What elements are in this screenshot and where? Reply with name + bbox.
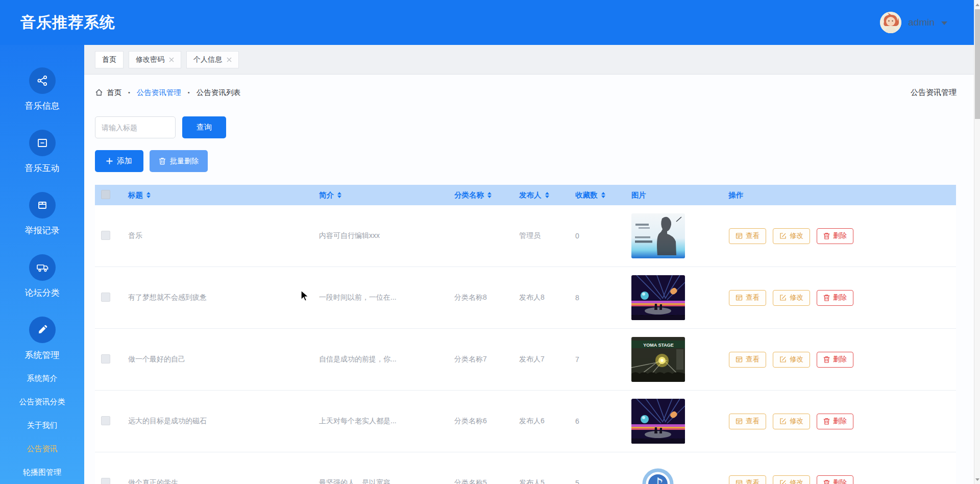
edit-button[interactable]: 修改	[773, 475, 810, 484]
home-icon[interactable]	[95, 88, 103, 96]
chevron-down-icon[interactable]	[941, 21, 947, 25]
page-title: 公告资讯管理	[911, 88, 957, 98]
table-row: 做个真正的学生 最坚强的人，是以宽容... 分类名称5 发布人5 5	[95, 452, 956, 484]
cell-favorites: 5	[570, 479, 626, 484]
delete-button[interactable]: 删除	[817, 475, 853, 484]
user-menu[interactable]: admin	[880, 12, 947, 33]
trash-icon	[823, 294, 830, 301]
tab-home[interactable]: 首页	[95, 51, 124, 68]
view-doc-icon	[736, 294, 743, 301]
tab-bar: 首页 修改密码 个人信息	[84, 45, 974, 75]
tab-personal-info[interactable]: 个人信息	[186, 51, 239, 68]
scrollbar-thumb[interactable]	[975, 9, 980, 119]
edit-button[interactable]: 修改	[773, 352, 810, 368]
breadcrumb-home[interactable]: 首页	[107, 88, 121, 98]
cell-favorites: 6	[570, 417, 626, 425]
breadcrumb-announcement-manage[interactable]: 公告资讯管理	[137, 88, 181, 98]
sidebar-subitem-system-intro[interactable]: 系统简介	[0, 367, 84, 390]
view-button[interactable]: 查看	[729, 414, 766, 429]
sidebar-subitem-announcement-category[interactable]: 公告资讯分类	[0, 390, 84, 414]
delete-button[interactable]: 删除	[817, 228, 853, 244]
search-input[interactable]	[95, 116, 176, 138]
cell-category: 分类名称5	[449, 478, 514, 484]
sidebar-subitem-announcements[interactable]: 公告资讯	[0, 437, 84, 461]
sidebar-subitem-carousel-manage[interactable]: 轮播图管理	[0, 461, 84, 484]
row-thumbnail[interactable]: YOMA STAGE ♪	[631, 399, 685, 444]
sidebar-item-music-interact[interactable]: 音乐互动	[25, 130, 60, 174]
column-favorites[interactable]: 收藏数	[570, 190, 626, 200]
edit-pen-icon	[779, 418, 787, 425]
cell-intro: 上天对每个老实人都是...	[314, 417, 449, 426]
cell-actions: 查看 修改 删除	[723, 228, 956, 244]
scroll-up-icon[interactable]	[974, 1, 980, 8]
cell-intro: 一段时间以前，一位在...	[314, 293, 449, 302]
cell-title: 有了梦想就不会感到疲惫	[123, 293, 314, 302]
cell-publisher: 发布人8	[514, 293, 570, 302]
trash-icon	[823, 479, 830, 484]
avatar[interactable]	[880, 12, 901, 33]
delete-button[interactable]: 删除	[817, 352, 853, 368]
avatar-image	[880, 12, 901, 33]
cell-favorites: 0	[570, 232, 626, 240]
column-publisher[interactable]: 发布人	[514, 190, 570, 200]
row-checkbox[interactable]	[101, 354, 110, 364]
cell-category: 分类名称6	[449, 417, 514, 426]
column-category[interactable]: 分类名称	[449, 190, 514, 200]
view-button[interactable]: 查看	[729, 228, 766, 244]
sort-caret-icon[interactable]	[601, 192, 605, 198]
cell-category: 分类名称8	[449, 293, 514, 302]
sidebar-item-report-records[interactable]: 举报记录	[25, 192, 60, 236]
edit-button[interactable]: 修改	[773, 228, 810, 244]
view-button[interactable]: 查看	[729, 352, 766, 368]
table-row: 远大的目标是成功的磁石 上天对每个老实人都是... 分类名称6 发布人6 6	[95, 391, 956, 452]
search-button[interactable]: 查询	[182, 116, 226, 138]
app-window: 音乐推荐系统 admin 音乐信息	[0, 0, 980, 484]
view-button[interactable]: 查看	[729, 475, 766, 484]
view-doc-icon	[736, 479, 743, 484]
table-body: 音乐 内容可自行编辑xxx 管理员 0	[95, 205, 956, 484]
album-cover-image	[631, 213, 685, 258]
stage-photo-image: YOMA STAGE	[631, 337, 685, 382]
sidebar-item-music-info[interactable]: 音乐信息	[25, 67, 60, 111]
row-checkbox[interactable]	[101, 293, 110, 302]
sort-caret-icon[interactable]	[487, 192, 492, 198]
concert-photo-image	[631, 399, 685, 444]
delete-button[interactable]: 删除	[817, 290, 853, 306]
cell-intro: 自信是成功的前提，你...	[314, 355, 449, 364]
cell-intro: 内容可自行编辑xxx	[314, 231, 449, 240]
panel-icon	[29, 130, 56, 156]
view-button[interactable]: 查看	[729, 290, 766, 306]
announcement-table: 标题 简介 分类名称 发布人 收藏数	[95, 185, 956, 484]
row-thumbnail[interactable]: YOMA STAGE ♪	[631, 337, 685, 382]
sidebar-item-system-manage[interactable]: 系统管理	[25, 317, 60, 360]
edit-pen-icon	[779, 479, 787, 484]
tab-change-password[interactable]: 修改密码	[129, 51, 181, 68]
edit-button[interactable]: 修改	[773, 414, 810, 429]
row-thumbnail[interactable]: YOMA STAGE ♪	[631, 213, 685, 258]
close-icon[interactable]	[169, 57, 174, 62]
delete-button[interactable]: 删除	[817, 414, 853, 429]
batch-delete-button[interactable]: 批量删除	[150, 150, 208, 172]
music-note-image: ♪	[631, 461, 685, 484]
sort-caret-icon[interactable]	[146, 192, 151, 198]
scroll-down-icon[interactable]	[974, 476, 980, 483]
sort-caret-icon[interactable]	[545, 192, 549, 198]
column-image: 图片	[626, 190, 723, 200]
close-icon[interactable]	[227, 57, 232, 62]
edit-button[interactable]: 修改	[773, 290, 810, 306]
sidebar-subitem-about-us[interactable]: 关于我们	[0, 414, 84, 437]
cell-publisher: 发布人7	[514, 355, 570, 364]
column-intro[interactable]: 简介	[314, 190, 449, 200]
row-thumbnail[interactable]: YOMA STAGE ♪	[631, 275, 685, 320]
sort-caret-icon[interactable]	[337, 192, 341, 198]
select-all-checkbox[interactable]	[101, 190, 110, 199]
row-checkbox[interactable]	[101, 231, 110, 240]
row-checkbox[interactable]	[101, 478, 110, 484]
add-button[interactable]: 添加	[95, 150, 143, 172]
row-thumbnail[interactable]: YOMA STAGE ♪	[631, 461, 685, 484]
vertical-scrollbar[interactable]	[974, 0, 980, 484]
column-title[interactable]: 标题	[123, 190, 314, 200]
cell-publisher: 发布人6	[514, 417, 570, 426]
row-checkbox[interactable]	[101, 416, 110, 425]
sidebar-item-forum-category[interactable]: 论坛分类	[25, 254, 60, 298]
